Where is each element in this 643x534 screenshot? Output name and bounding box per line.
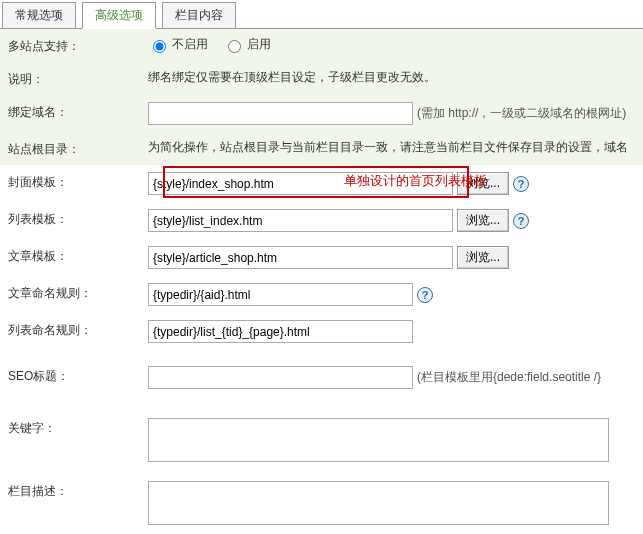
browse-listtpl[interactable]: 浏览...	[457, 209, 509, 232]
tab-content[interactable]: 栏目内容	[162, 2, 236, 28]
tab-advanced[interactable]: 高级选项	[82, 2, 156, 29]
tab-bar: 常规选项 高级选项 栏目内容	[0, 0, 643, 29]
radio-enable[interactable]	[228, 40, 241, 53]
desc-text: 绑名绑定仅需要在顶级栏目设定，子级栏目更改无效。	[148, 69, 436, 86]
input-listtpl[interactable]	[148, 209, 453, 232]
hint-seotitle: (栏目模板里用{dede:field.seotitle /}	[417, 369, 601, 386]
tab-general[interactable]: 常规选项	[2, 2, 76, 28]
radio-enable-label: 启用	[247, 36, 271, 53]
label-siteroot: 站点根目录：	[8, 139, 148, 158]
label-keywords: 关键字：	[8, 418, 148, 437]
label-seotitle: SEO标题：	[8, 366, 148, 385]
label-covertpl: 封面模板：	[8, 172, 148, 191]
label-desc: 说明：	[8, 69, 148, 88]
label-listrule: 列表命名规则：	[8, 320, 148, 339]
label-articlerule: 文章命名规则：	[8, 283, 148, 302]
radio-disable-label: 不启用	[172, 36, 208, 53]
label-binddomain: 绑定域名：	[8, 102, 148, 121]
label-coldesc: 栏目描述：	[8, 481, 148, 500]
help-icon[interactable]: ?	[513, 213, 529, 229]
input-listrule[interactable]	[148, 320, 413, 343]
siteroot-text: 为简化操作，站点根目录与当前栏目目录一致，请注意当前栏目文件保存目录的设置，域名	[148, 139, 628, 156]
textarea-keywords[interactable]	[148, 418, 609, 462]
input-binddomain[interactable]	[148, 102, 413, 125]
label-articletpl: 文章模板：	[8, 246, 148, 265]
annotation-text: 单独设计的首页列表模板	[344, 172, 487, 190]
input-articlerule[interactable]	[148, 283, 413, 306]
input-articletpl[interactable]	[148, 246, 453, 269]
help-icon[interactable]: ?	[513, 176, 529, 192]
radio-disable[interactable]	[153, 40, 166, 53]
label-listtpl: 列表模板：	[8, 209, 148, 228]
form-body: 多站点支持： 不启用 启用 说明： 绑名绑定仅需要在顶级栏目设定，子级栏目更改无…	[0, 29, 643, 534]
input-seotitle[interactable]	[148, 366, 413, 389]
label-multisite: 多站点支持：	[8, 36, 148, 55]
browse-articletpl[interactable]: 浏览...	[457, 246, 509, 269]
hint-binddomain: (需加 http://，一级或二级域名的根网址)	[417, 105, 626, 122]
textarea-coldesc[interactable]	[148, 481, 609, 525]
help-icon[interactable]: ?	[417, 287, 433, 303]
